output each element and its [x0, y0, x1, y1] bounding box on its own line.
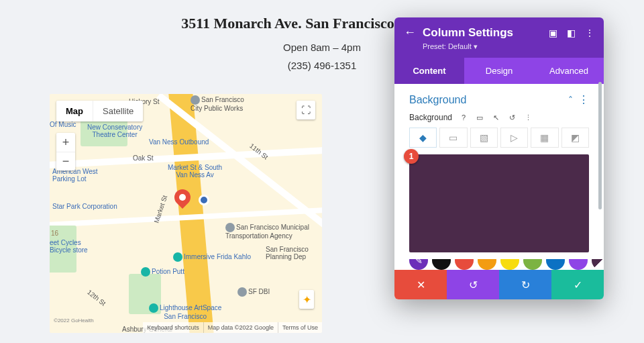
- modal-actions: ✕ ↺ ↻ ✓: [394, 270, 604, 299]
- modal-header[interactable]: ← Column Settings ▣ ◧ ⋮ Preset: Default …: [394, 17, 604, 58]
- map-poi-planning[interactable]: San Francisco Planning Dep: [266, 246, 309, 260]
- swatch-red[interactable]: [455, 259, 474, 270]
- map-embed[interactable]: Hickory St Oak St 11th St 12th St Market…: [50, 94, 322, 333]
- map-footer: Keyboard shortcuts Map data ©2022 Google…: [143, 322, 322, 333]
- swatch-black[interactable]: [432, 259, 451, 270]
- map-poi-sfmta[interactable]: San Francisco Municipal Transportation A…: [225, 223, 309, 240]
- field-more-icon[interactable]: ⋮: [523, 113, 533, 122]
- section-more-icon[interactable]: ⋮: [578, 93, 589, 106]
- swatch-orange[interactable]: [478, 259, 496, 270]
- section-background-title: Background: [409, 94, 466, 106]
- bg-tab-pattern[interactable]: ▦: [531, 128, 558, 148]
- cancel-button[interactable]: ✕: [394, 270, 447, 299]
- tab-content[interactable]: Content: [394, 58, 464, 84]
- background-type-tabs: ◆ ▭ ▧ ▷ ▦ ◩: [409, 128, 589, 148]
- map-zoom-in[interactable]: +: [56, 133, 75, 152]
- preset-dropdown[interactable]: Preset: Default ▾: [423, 42, 594, 51]
- expand-icon[interactable]: ▣: [549, 28, 557, 38]
- map-poi-ofmusic[interactable]: Of Music: [50, 121, 76, 128]
- video-icon: ▷: [511, 132, 518, 143]
- tab-advanced[interactable]: Advanced: [534, 58, 604, 84]
- map-poi-starpark[interactable]: Star Park Corporation: [52, 203, 117, 210]
- paint-bucket-icon: ◆: [419, 132, 427, 143]
- back-button[interactable]: ←: [404, 26, 416, 40]
- swatch-eyedropper[interactable]: ✎: [409, 259, 428, 270]
- map-type-satellite[interactable]: Satellite: [93, 101, 143, 121]
- redo-icon: ↻: [521, 279, 530, 291]
- map-zoom-control: + −: [56, 133, 75, 170]
- help-icon[interactable]: ?: [459, 113, 468, 122]
- map-poi-public-works[interactable]: San Francisco City Public Works: [191, 95, 244, 112]
- background-field-label: Background: [409, 113, 452, 122]
- map-footer-shortcuts[interactable]: Keyboard shortcuts: [143, 322, 203, 333]
- map-label-12th: 12th St: [86, 288, 107, 307]
- eyedropper-icon: ✎: [415, 259, 423, 266]
- map-poi-lighthouse[interactable]: Lighthouse ArtSpace San Francisco: [149, 303, 221, 320]
- map-attribution: ©2022 GoHealth: [54, 317, 94, 324]
- bg-tab-mask[interactable]: ◩: [561, 128, 589, 148]
- tab-design[interactable]: Design: [464, 58, 534, 84]
- map-poi-16: 16: [51, 230, 58, 237]
- image-icon: ▧: [480, 132, 488, 143]
- map-zoom-out[interactable]: −: [56, 152, 75, 170]
- swatch-purple[interactable]: [569, 259, 588, 270]
- bg-tab-gradient[interactable]: ▭: [439, 128, 467, 148]
- bg-tab-color[interactable]: ◆: [409, 128, 437, 148]
- background-field-row: Background ? ▭ ↖ ↺ ⋮: [409, 113, 589, 122]
- map-poi-frida[interactable]: Immersive Frida Kahlo: [173, 252, 251, 262]
- step-badge: 1: [404, 149, 419, 164]
- undo-button[interactable]: ↺: [447, 270, 499, 299]
- modal-title: Column Settings: [423, 26, 542, 40]
- map-poi-marketsouth[interactable]: Market St & South Van Ness Av: [168, 164, 222, 179]
- swatch-row-clip: ✎: [394, 259, 604, 270]
- responsive-icon[interactable]: ▭: [475, 113, 484, 122]
- color-preview[interactable]: 1: [409, 154, 589, 252]
- route-101-shield-icon: [199, 195, 209, 205]
- redo-button[interactable]: ↻: [499, 270, 551, 299]
- hover-icon[interactable]: ↖: [491, 113, 500, 122]
- undo-icon: ↺: [469, 279, 478, 291]
- bg-tab-video[interactable]: ▷: [500, 128, 528, 148]
- map-footer-data: Map data ©2022 Google: [203, 322, 278, 333]
- more-icon[interactable]: ⋮: [585, 28, 594, 38]
- modal-scrollbar[interactable]: [598, 82, 602, 209]
- swatch-transparent[interactable]: [592, 259, 604, 270]
- close-icon: ✕: [417, 279, 425, 291]
- reset-icon[interactable]: ↺: [507, 113, 517, 122]
- map-type-toggle: Map Satellite: [56, 101, 143, 121]
- pattern-icon: ▦: [540, 132, 549, 143]
- swatch-green[interactable]: [523, 259, 542, 270]
- modal-tabs: Content Design Advanced: [394, 58, 604, 84]
- mask-icon: ◩: [571, 132, 580, 143]
- swatch-blue[interactable]: [546, 259, 565, 270]
- snap-icon[interactable]: ◧: [567, 28, 576, 38]
- map-poi-sfdbi[interactable]: SF DBI: [237, 287, 270, 297]
- map-fullscreen-button[interactable]: ⛶: [297, 101, 315, 119]
- bg-tab-image[interactable]: ▧: [470, 128, 498, 148]
- map-poi-conservatory[interactable]: New Conservatory Theatre Center: [87, 124, 142, 138]
- map-pegman-icon[interactable]: ✦: [299, 290, 314, 309]
- section-background-header[interactable]: Background ˄ ⋮: [409, 93, 589, 106]
- chevron-up-icon[interactable]: ˄: [568, 95, 573, 105]
- check-icon: ✓: [574, 279, 582, 291]
- map-poi-potion[interactable]: Potion Putt: [141, 267, 184, 277]
- save-button[interactable]: ✓: [551, 270, 604, 299]
- modal-body: Background ˄ ⋮ Background ? ▭ ↖ ↺ ⋮ ◆ ▭ …: [394, 84, 604, 256]
- map-canvas[interactable]: Hickory St Oak St 11th St 12th St Market…: [50, 94, 322, 333]
- column-settings-modal: ← Column Settings ▣ ◧ ⋮ Preset: Default …: [394, 17, 604, 299]
- gradient-icon: ▭: [449, 132, 458, 143]
- map-label-oak: Oak St: [133, 154, 154, 162]
- map-footer-terms[interactable]: Terms of Use: [278, 322, 322, 333]
- swatch-yellow[interactable]: [500, 259, 519, 270]
- map-type-map[interactable]: Map: [56, 101, 93, 121]
- map-poi-vanness[interactable]: Van Ness Outbound: [149, 138, 209, 146]
- map-poi-eetcycles[interactable]: eet Cycles Bicycle store: [50, 239, 88, 254]
